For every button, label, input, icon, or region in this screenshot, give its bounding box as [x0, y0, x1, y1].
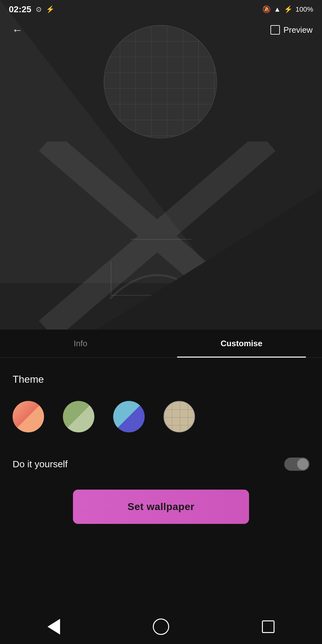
tabs-container: Info Customise	[0, 330, 322, 358]
theme-color-row	[13, 401, 309, 432]
mute-icon: 🔕	[262, 5, 271, 14]
wallpaper-preview	[0, 0, 322, 346]
svg-line-1	[47, 142, 267, 330]
nav-recent-square-icon	[262, 620, 275, 633]
battery-charging-icon: ⚡	[284, 5, 292, 14]
preview-checkbox-icon	[270, 25, 280, 35]
nav-back-triangle-icon	[47, 619, 60, 635]
diy-toggle[interactable]	[284, 458, 309, 471]
tab-info-label: Info	[74, 339, 87, 348]
bottom-panel: Info Customise Theme Do it yourself Set …	[0, 330, 322, 644]
status-right: 🔕 ▲ ⚡ 100%	[262, 5, 313, 14]
tab-info[interactable]: Info	[0, 330, 161, 358]
at-icon: ⊙	[36, 5, 42, 14]
nav-back-button[interactable]	[44, 617, 63, 636]
status-left: 02:25 ⊙ ⚡	[9, 4, 54, 14]
nav-home-circle-icon	[153, 619, 169, 635]
tab-customise[interactable]: Customise	[161, 330, 322, 358]
toggle-knob	[297, 458, 308, 470]
preview-button[interactable]: Preview	[270, 25, 313, 35]
wallpaper-polygon-element	[111, 239, 211, 296]
svg-line-0	[47, 142, 267, 330]
color-option-grid[interactable]	[164, 401, 195, 432]
preview-label: Preview	[284, 25, 313, 35]
top-nav: ← Preview	[0, 17, 322, 42]
navigation-bar	[0, 609, 322, 644]
diy-row: Do it yourself	[13, 458, 309, 471]
lightning-icon: ⚡	[46, 5, 54, 14]
tab-customise-label: Customise	[221, 339, 263, 348]
color-option-coral[interactable]	[13, 401, 44, 432]
status-bar: 02:25 ⊙ ⚡ 🔕 ▲ ⚡ 100%	[0, 0, 322, 19]
nav-recent-button[interactable]	[259, 617, 278, 636]
panel-content: Theme Do it yourself Set wallpaper	[0, 358, 322, 533]
battery-percentage: 100%	[296, 5, 313, 14]
wifi-icon: ▲	[274, 5, 281, 14]
color-option-blue-purple[interactable]	[113, 401, 145, 432]
theme-section-title: Theme	[13, 374, 309, 385]
set-wallpaper-button[interactable]: Set wallpaper	[73, 490, 249, 524]
status-time: 02:25	[9, 4, 31, 14]
back-button[interactable]: ←	[9, 22, 25, 38]
back-arrow-icon: ←	[12, 24, 23, 36]
nav-home-button[interactable]	[152, 617, 170, 636]
diy-label: Do it yourself	[13, 459, 68, 469]
color-option-sage[interactable]	[63, 401, 94, 432]
wallpaper-decoration	[16, 142, 299, 330]
